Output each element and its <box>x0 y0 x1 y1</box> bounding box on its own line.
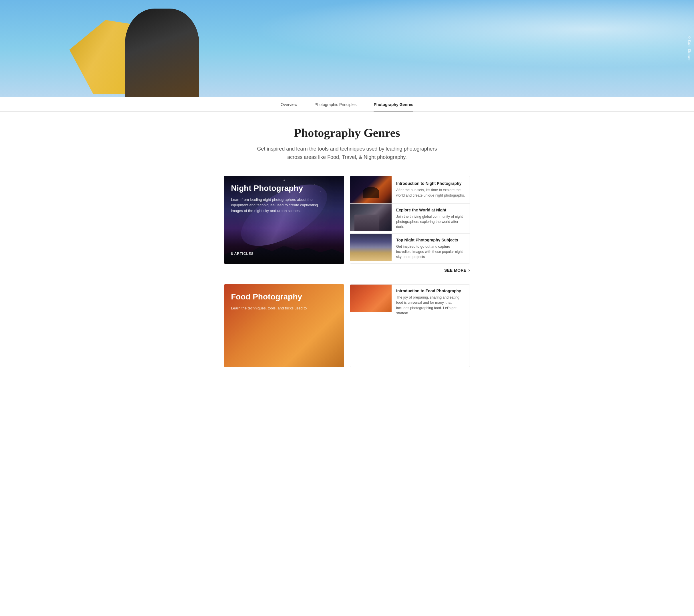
article-title-intro-night: Introduction to Night Photography <box>396 181 465 186</box>
article-info-explore-night: Explore the World at Night Join the thri… <box>391 204 470 234</box>
genre-section-food: Food Photography Learn the techniques, t… <box>224 284 470 367</box>
article-item-intro-night[interactable]: Introduction to Night Photography After … <box>350 176 470 204</box>
article-item-top-subjects[interactable]: Top Night Photography Subjects Get inspi… <box>350 234 470 263</box>
genre-featured-card-night[interactable]: Night Photography Learn from leading nig… <box>224 176 344 264</box>
genre-featured-card-food[interactable]: Food Photography Learn the techniques, t… <box>224 284 344 367</box>
night-card-content: Night Photography Learn from leading nig… <box>224 176 344 264</box>
see-more-row-night: SEE MORE › <box>224 264 470 273</box>
food-articles-list: Introduction to Food Photography The joy… <box>350 284 470 367</box>
genre-row-food: Food Photography Learn the techniques, t… <box>224 284 470 367</box>
see-more-label-night: SEE MORE <box>444 268 467 273</box>
genre-row-night: Night Photography Learn from leading nig… <box>224 176 470 264</box>
night-card-title: Night Photography <box>231 184 337 193</box>
night-card-desc: Learn from leading night photographers a… <box>231 197 323 214</box>
article-info-intro-night: Introduction to Night Photography After … <box>391 176 470 203</box>
thumb-food1-bg <box>350 284 391 312</box>
article-info-intro-food: Introduction to Food Photography The joy… <box>391 284 470 320</box>
genre-section-night: Night Photography Learn from leading nig… <box>224 176 470 273</box>
article-title-top-subjects: Top Night Photography Subjects <box>396 238 465 242</box>
navigation-tabs: Overview Photographic Principles Photogr… <box>0 97 694 112</box>
main-content: Photography Genres Get inspired and lear… <box>218 112 476 390</box>
article-desc-intro-night: After the sun sets, it's time to explore… <box>396 187 465 198</box>
hero-watermark-container: © Katrin Eismann <box>688 0 691 97</box>
page-title: Photography Genres <box>224 126 470 140</box>
thumb-night3-bg <box>350 234 391 261</box>
article-thumb-top-subjects <box>350 234 391 261</box>
hero-person <box>125 8 199 97</box>
article-thumb-intro-food <box>350 284 391 312</box>
article-desc-explore-night: Join the thriving global community of ni… <box>396 214 465 229</box>
article-thumb-explore-night <box>350 204 391 231</box>
night-card-articles-count: 8 ARTICLES <box>231 218 337 256</box>
food-card-title: Food Photography <box>231 292 337 301</box>
thumb-night1-bg <box>350 176 391 203</box>
tab-photographic-principles[interactable]: Photographic Principles <box>314 102 357 111</box>
article-item-intro-food[interactable]: Introduction to Food Photography The joy… <box>350 284 470 320</box>
night-articles-list: Introduction to Night Photography After … <box>350 176 470 264</box>
food-card-content: Food Photography Learn the techniques, t… <box>224 284 344 367</box>
article-desc-intro-food: The joy of preparing, sharing and eating… <box>396 295 465 316</box>
article-item-explore-night[interactable]: Explore the World at Night Join the thri… <box>350 204 470 234</box>
thumb-night2-bg <box>350 204 391 231</box>
page-subtitle: Get inspired and learn the tools and tec… <box>256 145 438 162</box>
article-info-top-subjects: Top Night Photography Subjects Get inspi… <box>391 234 470 263</box>
article-desc-top-subjects: Get inspired to go out and capture incre… <box>396 244 465 259</box>
tab-photography-genres[interactable]: Photography Genres <box>373 102 413 111</box>
see-more-button-night[interactable]: SEE MORE › <box>444 268 470 273</box>
food-card-desc: Learn the techniques, tools, and tricks … <box>231 305 323 311</box>
tab-overview[interactable]: Overview <box>281 102 297 111</box>
hero-section: © Katrin Eismann <box>0 0 694 97</box>
article-title-intro-food: Introduction to Food Photography <box>396 288 465 293</box>
hero-watermark: © Katrin Eismann <box>688 36 691 61</box>
article-title-explore-night: Explore the World at Night <box>396 208 465 212</box>
see-more-arrow-night: › <box>468 268 470 273</box>
article-thumb-intro-night <box>350 176 391 203</box>
